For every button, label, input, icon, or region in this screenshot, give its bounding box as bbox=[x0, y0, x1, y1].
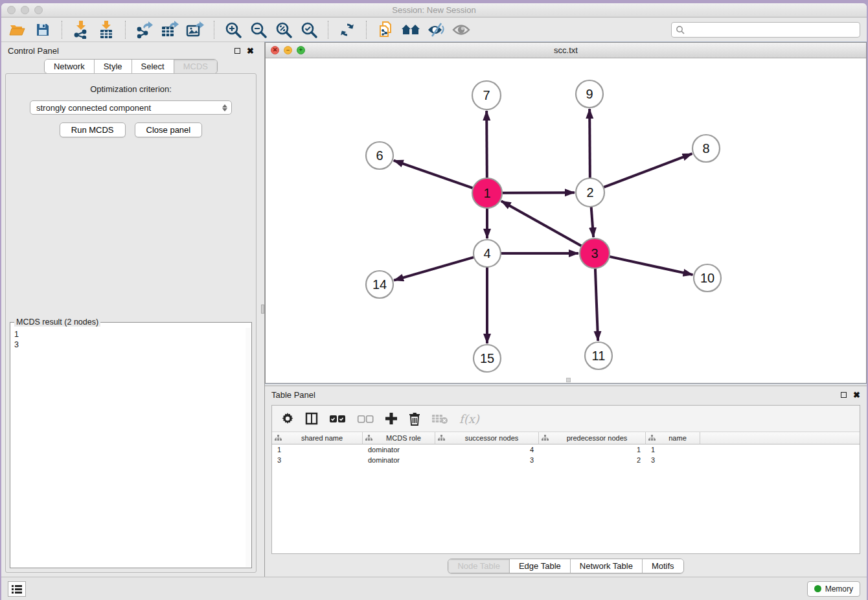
list-icon bbox=[12, 584, 22, 594]
edge-2-8[interactable] bbox=[604, 154, 692, 187]
optimization-criterion-select[interactable]: strongly connected component bbox=[30, 100, 232, 115]
edge-4-14[interactable] bbox=[394, 257, 474, 281]
search-field[interactable] bbox=[671, 22, 860, 38]
zoom-out-icon[interactable] bbox=[249, 20, 268, 40]
control-panel-title: Control Panel bbox=[8, 46, 59, 56]
network-resize-handle[interactable] bbox=[566, 378, 571, 382]
tab-motifs[interactable]: Motifs bbox=[643, 559, 683, 573]
tab-edge-table[interactable]: Edge Table bbox=[510, 559, 571, 573]
table-panel: Table Panel ✖ bbox=[265, 386, 867, 577]
tab-style[interactable]: Style bbox=[95, 60, 132, 73]
close-panel-icon[interactable]: ✖ bbox=[247, 47, 254, 55]
toolbar-separator bbox=[328, 21, 328, 39]
tab-mcds[interactable]: MCDS bbox=[174, 60, 217, 73]
refresh-icon[interactable] bbox=[337, 20, 357, 40]
mcds-result-text[interactable]: 1 3 bbox=[11, 328, 246, 567]
edge-2-3[interactable] bbox=[591, 207, 594, 237]
node-label-1: 1 bbox=[483, 186, 490, 200]
zoom-in-icon[interactable] bbox=[223, 20, 243, 40]
float-panel-icon[interactable] bbox=[841, 392, 847, 398]
table-cell: 1 bbox=[646, 446, 700, 454]
network-graph[interactable]: 7968124314101511 bbox=[266, 58, 865, 382]
float-panel-icon[interactable] bbox=[234, 48, 240, 54]
column-header-predecessor-nodes[interactable]: predecessor nodes bbox=[539, 432, 646, 444]
import-network-icon[interactable] bbox=[71, 20, 91, 40]
column-header-name[interactable]: name bbox=[646, 432, 700, 444]
toolbar-separator bbox=[125, 21, 126, 39]
tab-node-table[interactable]: Node Table bbox=[448, 559, 510, 573]
node-label-3: 3 bbox=[591, 246, 598, 260]
task-history-button[interactable] bbox=[8, 581, 26, 597]
edge-1-6[interactable] bbox=[394, 161, 474, 189]
column-header-successor-nodes[interactable]: successor nodes bbox=[435, 432, 539, 444]
table-tabs: Node TableEdge TableNetwork TableMotifs bbox=[448, 559, 683, 573]
node-label-7: 7 bbox=[483, 88, 490, 102]
table-row[interactable]: 3dominator323 bbox=[272, 455, 860, 465]
home-icon[interactable] bbox=[401, 20, 420, 40]
node-table[interactable]: shared nameMCDS rolesuccessor nodesprede… bbox=[272, 432, 860, 553]
close-panel-icon[interactable]: ✖ bbox=[853, 391, 860, 399]
function-builder-icon[interactable]: f(x) bbox=[459, 412, 479, 426]
panel-divider[interactable] bbox=[260, 42, 265, 577]
deselect-all-icon[interactable] bbox=[357, 415, 374, 423]
network-canvas[interactable]: 7968124314101511 bbox=[266, 58, 866, 383]
gear-icon[interactable] bbox=[281, 412, 294, 425]
main-area: Control Panel ✖ NetworkStyleSelectMCDS O… bbox=[1, 42, 867, 577]
select-all-icon[interactable] bbox=[329, 415, 346, 423]
import-table-icon[interactable] bbox=[97, 20, 116, 40]
zoom-fit-icon[interactable] bbox=[274, 20, 293, 40]
application-window: Session: New Session bbox=[1, 3, 867, 600]
table-cell: 4 bbox=[435, 446, 539, 454]
table-panel-header: Table Panel ✖ bbox=[265, 386, 867, 403]
zoom-selected-icon[interactable] bbox=[299, 20, 319, 40]
hide-selected-icon[interactable] bbox=[426, 20, 446, 40]
export-network-icon[interactable] bbox=[135, 20, 154, 40]
table-row[interactable]: 1dominator411 bbox=[272, 444, 860, 455]
window-title: Session: New Session bbox=[1, 5, 867, 15]
sort-hierarchy-icon bbox=[542, 435, 549, 441]
run-mcds-button[interactable]: Run MCDS bbox=[60, 122, 126, 137]
clone-network-icon[interactable] bbox=[376, 20, 395, 40]
status-bar: Memory bbox=[1, 577, 867, 600]
edge-3-11[interactable] bbox=[595, 268, 598, 341]
mcds-tab-pane: Optimization criterion: strongly connect… bbox=[5, 73, 257, 573]
chevron-updown-icon bbox=[221, 104, 229, 111]
export-table-icon[interactable] bbox=[160, 20, 179, 40]
toolbar-separator bbox=[214, 21, 214, 39]
divider-handle[interactable] bbox=[261, 305, 264, 314]
right-area: ✕ – + scc.txt 7968124314101511 Table Pan… bbox=[265, 42, 867, 577]
delete-icon[interactable] bbox=[409, 412, 420, 426]
memory-label: Memory bbox=[825, 584, 853, 594]
show-all-icon[interactable] bbox=[451, 20, 471, 40]
tab-select[interactable]: Select bbox=[132, 60, 174, 73]
add-icon[interactable] bbox=[385, 412, 398, 425]
mcds-result-title: MCDS result (2 nodes) bbox=[14, 317, 100, 327]
tab-network-table[interactable]: Network Table bbox=[571, 559, 643, 573]
edge-1-2[interactable] bbox=[502, 192, 575, 193]
export-image-icon[interactable] bbox=[185, 20, 205, 40]
search-input[interactable] bbox=[687, 25, 856, 34]
open-session-icon[interactable] bbox=[8, 20, 27, 40]
node-label-4: 4 bbox=[483, 246, 490, 260]
memory-button[interactable]: Memory bbox=[807, 581, 860, 597]
close-panel-button[interactable]: Close panel bbox=[135, 122, 203, 137]
column-layout-icon[interactable] bbox=[305, 412, 318, 425]
control-panel-tabs: NetworkStyleSelectMCDS bbox=[1, 59, 260, 74]
edge-3-1[interactable] bbox=[501, 201, 582, 246]
delete-table-icon[interactable] bbox=[431, 413, 448, 424]
toolbar-separator bbox=[366, 21, 367, 39]
table-cell: 3 bbox=[435, 456, 539, 464]
network-window-title: scc.txt bbox=[266, 45, 866, 55]
column-header-shared-name[interactable]: shared name bbox=[272, 432, 363, 444]
table-cell: 2 bbox=[539, 456, 646, 464]
table-cell: 1 bbox=[539, 446, 646, 454]
edge-2-9[interactable] bbox=[589, 109, 590, 178]
table-cell: dominator bbox=[363, 456, 435, 464]
column-header-MCDS-role[interactable]: MCDS role bbox=[363, 432, 435, 444]
tab-network[interactable]: Network bbox=[45, 60, 95, 73]
edge-1-7[interactable] bbox=[486, 111, 487, 178]
network-window-titlebar[interactable]: ✕ – + scc.txt bbox=[266, 43, 866, 58]
save-session-icon[interactable] bbox=[33, 20, 52, 40]
edge-3-10[interactable] bbox=[609, 257, 692, 275]
result-scrollbar[interactable] bbox=[246, 328, 251, 567]
